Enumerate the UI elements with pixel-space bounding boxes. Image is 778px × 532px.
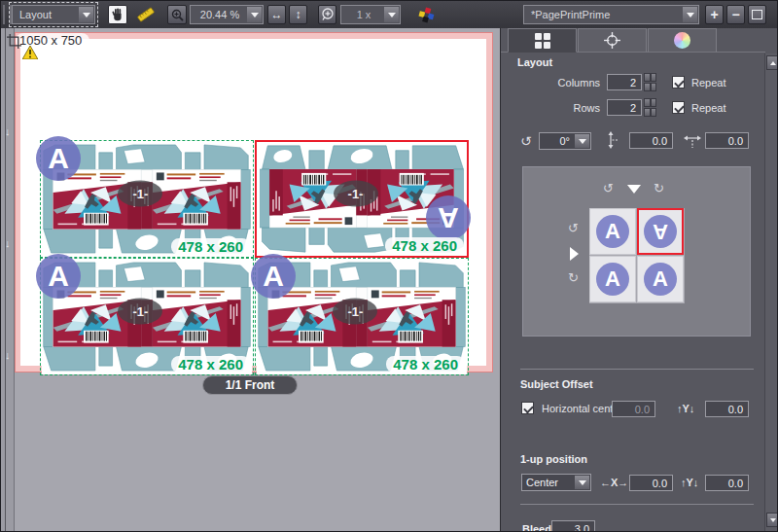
preset-value: *PagePrintPrime — [524, 9, 682, 20]
orientation-cell-selected[interactable]: A — [637, 208, 684, 255]
margin-guide-line — [5, 28, 6, 532]
panel-scrollbar[interactable] — [764, 53, 778, 532]
v-resize-icon: ↕ — [296, 8, 301, 21]
zoom-tool-button[interactable] — [167, 5, 187, 24]
vertical-gap-icon — [604, 131, 618, 149]
horizontal-center-checkbox[interactable] — [521, 402, 534, 414]
color-wheel-icon — [674, 32, 690, 49]
rows-stepper[interactable] — [644, 98, 656, 117]
imposed-subject-selected[interactable]: A -1- 478 x 260 — [255, 140, 469, 258]
chevron-down-icon[interactable] — [575, 476, 589, 489]
rows-input[interactable]: 2 — [607, 99, 642, 116]
measure-tool-button[interactable] — [136, 5, 156, 24]
one-up-y-input[interactable]: 0.0 — [705, 475, 749, 491]
rotate-row-top-button[interactable]: ↺ — [568, 221, 579, 235]
orientation-cell[interactable]: A — [589, 256, 636, 302]
preset-dropdown[interactable]: *PagePrintPrime — [523, 5, 699, 24]
zoom-region-button[interactable] — [318, 5, 336, 24]
orientation-badge: A — [426, 195, 471, 240]
remove-preset-button[interactable]: − — [726, 5, 745, 24]
row-select-icon[interactable] — [570, 247, 579, 261]
subject-offset-title: Subject Offset — [520, 378, 593, 390]
subject-offset-y-input[interactable]: 0.0 — [705, 401, 749, 417]
expand-panel-button[interactable] — [748, 5, 766, 24]
maximize-icon — [752, 10, 762, 19]
vertical-gap-input[interactable]: 0.0 — [629, 132, 673, 149]
arrow-down-icon: ↓ — [5, 125, 11, 137]
chevron-down-icon[interactable] — [247, 7, 262, 22]
display-scale-dropdown[interactable]: 1 x — [340, 5, 401, 24]
circle-plus-icon — [321, 8, 335, 21]
arrow-down-icon: ↓ — [5, 237, 11, 249]
orientation-cell[interactable]: A — [589, 208, 636, 255]
column-select-icon[interactable] — [627, 185, 641, 194]
one-up-title: 1-up position — [520, 453, 587, 465]
chevron-down-icon[interactable] — [575, 134, 589, 148]
subject-size-badge: 478 x 260 — [171, 238, 250, 255]
section-title: Layout — [517, 56, 552, 68]
tab-color[interactable] — [648, 28, 717, 53]
stepper-up-icon[interactable] — [644, 73, 656, 82]
stepper-up-icon[interactable] — [644, 98, 656, 107]
color-separations-button[interactable] — [416, 5, 436, 24]
scroll-up-button[interactable] — [766, 55, 778, 70]
tab-registration[interactable] — [578, 28, 647, 53]
view-mode-dropdown[interactable]: Layout — [12, 5, 95, 24]
rotate-column-left-button[interactable]: ↺ — [603, 181, 614, 195]
canvas-margin-strip: ↓ ↓ ↓ — [1, 28, 15, 532]
scroll-down-button[interactable] — [766, 513, 778, 527]
rotation-dropdown[interactable]: 0° — [539, 132, 591, 150]
layout-grid-icon — [535, 33, 550, 49]
main-toolbar: Layout — [1, 1, 778, 29]
columns-input[interactable]: 2 — [607, 74, 642, 90]
zoom-level-dropdown[interactable]: 20.44 % — [190, 5, 264, 24]
page-count-badge: -1- — [334, 180, 378, 206]
rotate-icon: ↺ — [520, 134, 532, 148]
bleed-input[interactable]: 3.0 — [551, 520, 595, 532]
fit-height-button[interactable]: ↕ — [289, 5, 307, 24]
rows-label: Rows — [520, 102, 600, 114]
imposed-subject[interactable]: A -1- 478 x 260 — [40, 258, 254, 375]
pan-tool-button[interactable] — [108, 5, 127, 24]
stepper-down-icon[interactable] — [644, 83, 656, 91]
orientation-grid: A A A A — [589, 208, 685, 303]
section-divider — [520, 369, 754, 370]
orientation-preview: ↺ ↻ ↺ ↻ A A A A — [522, 166, 751, 337]
chevron-down-icon[interactable] — [683, 7, 697, 22]
orientation-badge: A — [251, 254, 296, 299]
bleed-label: Bleed — [522, 523, 551, 532]
plus-icon: + — [710, 7, 718, 22]
add-preset-button[interactable]: + — [705, 5, 724, 24]
orientation-letter: A — [644, 215, 677, 248]
imposed-subject[interactable]: A -1- 478 x 260 — [255, 258, 469, 375]
tab-layout[interactable] — [508, 28, 577, 53]
rotate-row-bottom-button[interactable]: ↻ — [568, 270, 579, 285]
x-axis-label: ←X→ — [600, 477, 628, 488]
columns-stepper[interactable] — [644, 73, 656, 91]
page-count-badge: -1- — [118, 298, 162, 324]
orientation-cell[interactable]: A — [637, 256, 684, 302]
rows-repeat-checkbox[interactable] — [672, 101, 685, 114]
crosshair-icon — [603, 31, 621, 50]
rotate-column-right-button[interactable]: ↻ — [654, 181, 664, 195]
chevron-down-icon[interactable] — [384, 7, 399, 22]
columns-label: Columns — [520, 77, 600, 89]
stepper-down-icon[interactable] — [644, 108, 656, 117]
subject-offset-x-input[interactable]: 0.0 — [612, 401, 655, 417]
crop-marks-icon — [7, 34, 21, 49]
toolbar-grip[interactable] — [3, 5, 12, 24]
page-side-label: 1/1 Front — [202, 375, 298, 395]
horizontal-gap-input[interactable]: 0.0 — [705, 132, 749, 149]
columns-repeat-label: Repeat — [691, 77, 725, 89]
fit-width-button[interactable]: ↔ — [267, 5, 286, 24]
orientation-letter: A — [596, 263, 629, 296]
orientation-badge: A — [36, 254, 81, 299]
chevron-down-icon[interactable] — [79, 7, 93, 22]
layout-canvas[interactable]: ↓ ↓ ↓ 1050 x 750 A -1- 478 x — [1, 28, 500, 532]
sheet-size-label: 1050 x 750 — [7, 33, 89, 49]
page-count-badge: -1- — [333, 298, 377, 324]
imposed-subject[interactable]: A -1- 478 x 260 — [40, 140, 254, 258]
columns-repeat-checkbox[interactable] — [672, 76, 685, 89]
one-up-position-dropdown[interactable]: Center — [521, 474, 591, 491]
one-up-x-input[interactable]: 0.0 — [629, 475, 673, 491]
